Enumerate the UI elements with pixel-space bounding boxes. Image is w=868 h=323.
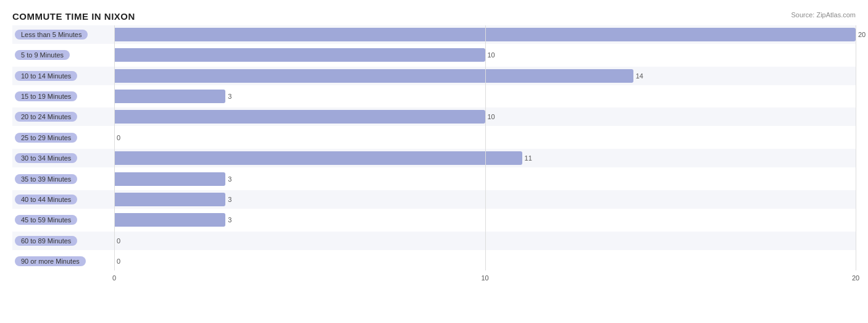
bar-fill: 11 — [114, 151, 522, 165]
chart-source: Source: ZipAtlas.com — [791, 11, 856, 19]
bar-label: 10 to 14 Minutes — [12, 71, 114, 81]
bar-label-pill: 40 to 44 Minutes — [15, 195, 77, 204]
bar-value: 11 — [525, 154, 532, 162]
bar-label-pill: 5 to 9 Minutes — [15, 50, 70, 60]
x-axis-tick: 0 — [112, 274, 116, 282]
bars-section: Less than 5 Minutes205 to 9 Minutes1010 … — [12, 25, 856, 271]
bar-label-pill: 45 to 59 Minutes — [15, 215, 77, 225]
bar-label: 35 to 39 Minutes — [12, 174, 114, 184]
bar-label: 20 to 24 Minutes — [12, 112, 114, 122]
bar-value: 20 — [858, 31, 866, 38]
bar-row: 45 to 59 Minutes3 — [12, 211, 856, 229]
bar-row: 15 to 19 Minutes3 — [12, 87, 856, 106]
bar-label: 30 to 34 Minutes — [12, 153, 114, 163]
bar-track: 14 — [114, 67, 856, 85]
bar-track: 0 — [114, 232, 856, 250]
bar-value: 0 — [117, 134, 120, 141]
bar-row: 90 or more Minutes0 — [12, 252, 856, 271]
bar-fill: 3 — [114, 90, 225, 103]
bar-track: 3 — [114, 190, 856, 209]
bar-label: 60 to 89 Minutes — [12, 236, 114, 246]
bar-label: 5 to 9 Minutes — [12, 50, 114, 60]
bar-label: 90 or more Minutes — [12, 256, 114, 266]
x-axis-tick: 20 — [852, 274, 859, 282]
bar-track: 3 — [114, 87, 856, 106]
bar-row: Less than 5 Minutes20 — [12, 25, 856, 44]
bar-track: 0 — [114, 252, 856, 271]
bar-fill: 3 — [114, 172, 225, 186]
bar-value: 0 — [117, 258, 120, 265]
bar-fill: 10 — [114, 48, 485, 62]
bar-value: 3 — [228, 196, 232, 203]
chart-title: COMMUTE TIME IN NIXON — [12, 11, 856, 22]
bar-label: 25 to 29 Minutes — [12, 133, 114, 143]
bar-label-pill: 90 or more Minutes — [15, 256, 86, 266]
grid-line — [856, 25, 856, 271]
x-axis-tick: 10 — [481, 274, 488, 282]
bar-value: 0 — [117, 237, 120, 245]
bar-label-pill: Less than 5 Minutes — [15, 30, 88, 40]
bar-row: 5 to 9 Minutes10 — [12, 46, 856, 64]
bar-label: Less than 5 Minutes — [12, 30, 114, 40]
bar-track: 3 — [114, 170, 856, 188]
bar-row: 25 to 29 Minutes0 — [12, 128, 856, 147]
bar-label-pill: 10 to 14 Minutes — [15, 71, 77, 81]
bar-label-pill: 35 to 39 Minutes — [15, 174, 77, 184]
bar-value: 10 — [488, 113, 495, 120]
bar-track: 10 — [114, 107, 856, 126]
bar-value: 14 — [636, 72, 643, 80]
bar-label-pill: 15 to 19 Minutes — [15, 91, 77, 101]
bar-fill: 10 — [114, 110, 485, 124]
bar-value: 3 — [228, 93, 232, 100]
bar-row: 35 to 39 Minutes3 — [12, 170, 856, 188]
bar-row: 60 to 89 Minutes0 — [12, 232, 856, 250]
chart-container: COMMUTE TIME IN NIXON Source: ZipAtlas.c… — [0, 0, 868, 323]
bar-fill: 3 — [114, 213, 225, 227]
bar-value: 10 — [488, 51, 495, 59]
bar-label-pill: 30 to 34 Minutes — [15, 153, 77, 163]
bar-label-pill: 25 to 29 Minutes — [15, 133, 77, 143]
bar-fill: 20 — [114, 28, 856, 41]
bar-fill: 3 — [114, 193, 225, 206]
bar-track: 11 — [114, 149, 856, 167]
bar-row: 10 to 14 Minutes14 — [12, 67, 856, 85]
bar-label-pill: 60 to 89 Minutes — [15, 236, 77, 246]
bar-value: 3 — [228, 175, 232, 183]
bar-row: 20 to 24 Minutes10 — [12, 107, 856, 126]
bar-value: 3 — [228, 216, 232, 224]
bar-label: 40 to 44 Minutes — [12, 195, 114, 204]
bar-row: 40 to 44 Minutes3 — [12, 190, 856, 209]
bar-track: 10 — [114, 46, 856, 64]
bar-track: 20 — [114, 25, 856, 44]
bar-track: 3 — [114, 211, 856, 229]
x-axis: 01020 — [114, 271, 856, 288]
bar-track: 0 — [114, 128, 856, 147]
bar-row: 30 to 34 Minutes11 — [12, 149, 856, 167]
chart-area: Less than 5 Minutes205 to 9 Minutes1010 … — [12, 25, 856, 288]
bar-fill: 14 — [114, 69, 633, 83]
bar-label: 45 to 59 Minutes — [12, 215, 114, 225]
bar-label: 15 to 19 Minutes — [12, 91, 114, 101]
bar-label-pill: 20 to 24 Minutes — [15, 112, 77, 122]
